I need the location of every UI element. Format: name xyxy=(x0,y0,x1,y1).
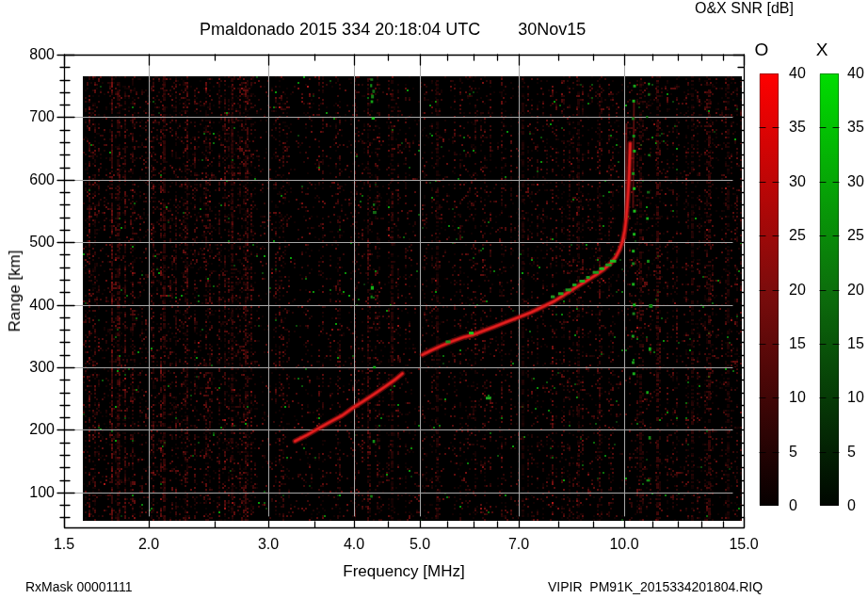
footer-filename: VIPIR PM91K_2015334201804.RIQ xyxy=(548,579,763,594)
colorbar-x-header: X xyxy=(809,40,835,60)
x-tick-label-3.0: 3.0 xyxy=(240,535,297,554)
y-tick-label-100: 100 xyxy=(9,483,55,502)
y-tick-label-400: 400 xyxy=(9,296,55,315)
colorbar-o-header: O xyxy=(748,40,775,60)
colorbar-o-tick-label-5: 5 xyxy=(789,443,827,461)
colorbar-o-tick-label-10: 10 xyxy=(789,388,827,407)
colorbar-o-tick-label-15: 15 xyxy=(789,334,827,353)
colorbar-x-tick-label-25: 25 xyxy=(847,226,868,245)
colorbar-x-tick-label-10: 10 xyxy=(847,388,868,407)
y-tick-label-800: 800 xyxy=(9,45,55,64)
ionogram-page: { "window": { "title_line": "Pmaldonado … xyxy=(0,0,868,599)
y-tick-label-700: 700 xyxy=(9,107,55,126)
x-axis-label: Frequency [MHz] xyxy=(310,562,498,581)
x-tick-label-5.0: 5.0 xyxy=(392,535,448,554)
colorbar-o-tick-label-0: 0 xyxy=(789,496,827,515)
colorbar-o-tick-label-35: 35 xyxy=(789,118,827,137)
y-axis-label: Range [km] xyxy=(6,251,24,332)
colorbar-title: O&X SNR [dB] xyxy=(695,0,794,17)
colorbar-o-tick-label-40: 40 xyxy=(789,64,827,83)
footer-rxmask: RxMask 00001111 xyxy=(25,579,133,594)
x-tick-label-10.0: 10.0 xyxy=(596,535,652,554)
x-tick-label-2.0: 2.0 xyxy=(121,535,177,554)
colorbar-o-tick-label-30: 30 xyxy=(789,172,827,191)
colorbar-x-tick-label-15: 15 xyxy=(847,334,868,353)
colorbar-x-tick-label-0: 0 xyxy=(847,496,868,515)
plot-title: Pmaldonado 2015 334 20:18:04 UTC 30Nov15 xyxy=(200,20,586,40)
y-tick-label-500: 500 xyxy=(9,233,55,251)
y-tick-label-300: 300 xyxy=(9,358,55,377)
colorbar-x-tick-label-20: 20 xyxy=(847,281,868,300)
colorbar-x-tick-label-35: 35 xyxy=(847,118,868,137)
colorbar-x-tick-label-30: 30 xyxy=(847,172,868,191)
colorbar-o-tick-label-25: 25 xyxy=(789,226,827,245)
x-tick-label-15.0: 15.0 xyxy=(715,535,772,554)
y-tick-label-200: 200 xyxy=(9,420,55,439)
x-tick-label-4.0: 4.0 xyxy=(326,535,382,554)
colorbar-x-tick-label-40: 40 xyxy=(847,64,868,83)
y-tick-label-600: 600 xyxy=(9,170,55,189)
colorbar-x-tick-label-5: 5 xyxy=(847,443,868,461)
colorbar-o-tick-label-20: 20 xyxy=(789,281,827,300)
x-tick-label-7.0: 7.0 xyxy=(490,535,547,554)
ionogram-canvas xyxy=(0,0,868,599)
x-tick-label-1.5: 1.5 xyxy=(36,535,92,554)
